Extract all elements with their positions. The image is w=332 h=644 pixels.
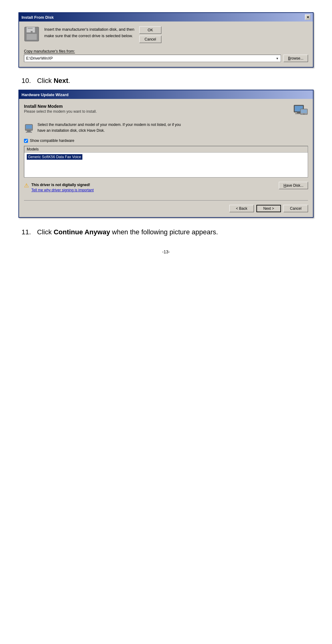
- wizard-header-title: Install New Modem: [24, 104, 97, 109]
- svg-rect-10: [301, 109, 307, 113]
- svg-rect-14: [27, 131, 31, 132]
- install-from-disk-dialog: Install From Disk ✕ H Insert the manufac…: [18, 12, 314, 68]
- back-button[interactable]: < Back: [229, 205, 254, 212]
- wizard-header-text: Install New Modem Please select the mode…: [24, 104, 97, 114]
- close-button[interactable]: ✕: [305, 14, 310, 20]
- svg-point-11: [303, 114, 304, 115]
- copy-from-row: E:\Driver\WinXP ▼ Browse...: [24, 55, 308, 62]
- models-header: Models: [24, 146, 308, 153]
- step-10-bold: Next: [53, 77, 68, 84]
- wizard-info-text-line1: Select the manufacturer and model of you…: [38, 122, 181, 128]
- wizard-titlebar: Hardware Update Wizard: [19, 90, 313, 99]
- show-compatible-row: Show compatible hardware: [24, 139, 308, 143]
- step-11: 11.Click Continue Anyway when the follow…: [18, 227, 314, 237]
- show-compatible-label: Show compatible hardware: [30, 139, 74, 143]
- modem-small-icon: [24, 122, 34, 134]
- svg-rect-13: [26, 125, 32, 129]
- browse-button[interactable]: Browse...: [283, 55, 308, 62]
- wizard-header-subtitle: Please select the modem you want to inst…: [24, 109, 97, 114]
- have-disk-button[interactable]: Have Disk...: [279, 182, 308, 189]
- models-list[interactable]: Generic SoftK56 Data Fax Voice: [24, 153, 308, 177]
- warning-text: This driver is not digitally signed! Tel…: [31, 182, 94, 192]
- step-10-text: Click: [37, 77, 54, 84]
- wizard-header: Install New Modem Please select the mode…: [24, 104, 308, 118]
- warning-bold: This driver is not digitally signed!: [31, 183, 90, 187]
- models-section: Models Generic SoftK56 Data Fax Voice: [24, 146, 308, 178]
- copy-from-value: E:\Driver\WinXP: [26, 56, 53, 60]
- floppy-disk-icon: H: [24, 26, 39, 42]
- step-11-number: 11.: [22, 228, 31, 236]
- svg-rect-7: [297, 112, 301, 113]
- step-11-bold: Continue Anyway: [53, 228, 110, 236]
- step-10: 10.Click Next.: [18, 77, 314, 85]
- show-compatible-checkbox[interactable]: [24, 139, 28, 143]
- page-number: -13-: [18, 249, 314, 254]
- install-from-disk-title: Install From Disk: [22, 15, 54, 20]
- modem-icon: [293, 104, 308, 118]
- svg-rect-15: [26, 132, 32, 133]
- install-from-disk-titlebar: Install From Disk ✕: [19, 13, 313, 21]
- driver-signing-link[interactable]: Tell me why driver signing is important: [31, 188, 94, 192]
- install-from-disk-message: Insert the manufacturer's installation d…: [44, 26, 134, 39]
- install-from-disk-buttons: OK Cancel: [139, 26, 161, 43]
- warning-section: ⚠ This driver is not digitally signed! T…: [24, 182, 94, 192]
- wizard-footer: < Back Next > Cancel: [24, 204, 308, 212]
- wizard-body: Install New Modem Please select the mode…: [19, 99, 313, 217]
- install-from-disk-message-line1: Insert the manufacturer's installation d…: [44, 26, 134, 33]
- wizard-cancel-button[interactable]: Cancel: [283, 205, 308, 212]
- warning-have-disk-row: ⚠ This driver is not digitally signed! T…: [24, 182, 308, 197]
- wizard-info-text-line2: have an installation disk, click Have Di…: [38, 128, 181, 134]
- copy-from-dropdown[interactable]: E:\Driver\WinXP ▼: [24, 55, 281, 62]
- wizard-info-text: Select the manufacturer and model of you…: [38, 122, 181, 134]
- hardware-update-wizard-dialog: Hardware Update Wizard Install New Modem…: [18, 90, 314, 218]
- svg-rect-3: [26, 34, 37, 40]
- install-from-disk-body: H Insert the manufacturer's installation…: [24, 26, 308, 43]
- copy-from-section: Copy manufacturer's files from: E:\Drive…: [24, 49, 308, 62]
- wizard-separator: [24, 200, 308, 201]
- step-10-number: 10.: [22, 77, 31, 84]
- install-from-disk-content: H Insert the manufacturer's installation…: [19, 21, 313, 67]
- next-button[interactable]: Next >: [256, 205, 281, 212]
- svg-rect-2: [28, 28, 33, 29]
- wizard-title: Hardware Update Wizard: [22, 92, 69, 97]
- cancel-button[interactable]: Cancel: [139, 36, 161, 43]
- copy-from-label: Copy manufacturer's files from:: [24, 49, 308, 53]
- dropdown-arrow-icon: ▼: [276, 57, 279, 60]
- step-10-period: .: [68, 77, 70, 84]
- warning-icon: ⚠: [24, 182, 29, 189]
- wizard-info-row: Select the manufacturer and model of you…: [24, 122, 308, 134]
- install-from-disk-message-line2: make sure that the correct drive is sele…: [44, 33, 134, 39]
- model-item[interactable]: Generic SoftK56 Data Fax Voice: [27, 154, 82, 160]
- ok-button[interactable]: OK: [139, 26, 161, 34]
- svg-text:H: H: [31, 30, 33, 33]
